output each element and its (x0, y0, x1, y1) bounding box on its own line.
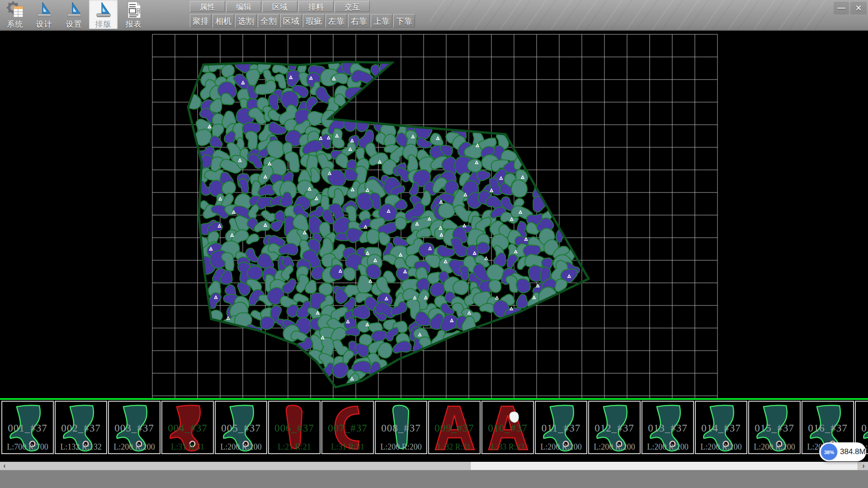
set-square-icon (94, 1, 113, 19)
toolbar-decoration (429, 0, 827, 30)
part-lr-label: L:200 R:200 (536, 442, 586, 452)
part-name-label: 015_#37 (749, 422, 800, 434)
part-lr-label: L:200 R:200 (696, 442, 746, 452)
report-icon (125, 1, 143, 19)
part-thumbnail-007_#37[interactable]: 007_#37L:31 R:31 (321, 401, 374, 454)
part-lr-label: L:200 R:200 (642, 442, 693, 452)
tab-3[interactable]: 区域 (262, 1, 297, 12)
gear-table-icon (6, 1, 24, 19)
horizontal-scrollbar[interactable]: ‹ › (0, 462, 868, 470)
main-button-label: 设计 (30, 19, 58, 29)
part-thumbnail-004_#37[interactable]: 004_#37L:31 R:31 (161, 401, 214, 454)
part-lr-label: L:200 R:200 (749, 442, 800, 452)
part-thumbnail-013_#37[interactable]: 013_#37L:200 R:200 (642, 401, 694, 454)
scrollbar-thumb[interactable] (470, 462, 858, 470)
action-button-5[interactable]: 区域 (280, 14, 302, 28)
set-square-icon (35, 1, 53, 19)
part-name-label: 006_#37 (269, 422, 320, 434)
part-name-label: 007_#37 (322, 422, 373, 434)
part-lr-label: L:700 R:700 (2, 442, 53, 452)
part-name-label: 008_#37 (376, 422, 426, 434)
part-name-label: 005_#37 (216, 422, 266, 434)
tab-4[interactable]: 排料 (298, 1, 334, 12)
scroll-left-arrow-icon[interactable]: ‹ (0, 462, 9, 470)
part-lr-label: L:200 R:200 (589, 442, 640, 452)
part-thumbnail-002_#37[interactable]: 002_#37L:132 R:132 (55, 401, 107, 454)
action-button-4[interactable]: 全割 (258, 14, 279, 28)
action-button-9[interactable]: 上靠 (371, 14, 392, 28)
part-thumbnail-005_#37[interactable]: 005_#37L:200 R:200 (215, 401, 267, 454)
action-button-7[interactable]: 左靠 (326, 14, 347, 28)
action-button-1[interactable]: 聚排 (190, 14, 212, 28)
main-button-layout[interactable]: 排版 (89, 0, 118, 29)
progress-circle: 38% (821, 443, 838, 460)
part-lr-label: L:31 R:31 (322, 442, 373, 452)
part-thumbnail-009_#37[interactable]: 009_#37L:32 R:31 (428, 401, 481, 454)
main-button-report[interactable]: 报表 (119, 0, 148, 29)
main-button-label: 设置 (60, 19, 88, 29)
part-thumbnail-015_#37[interactable]: 015_#37L:200 R:200 (748, 401, 801, 454)
part-lr-label: L:200 R:200 (376, 442, 426, 452)
part-lr-label: L:21 R:21 (269, 442, 320, 452)
toolbar: 系统设计设置排版报表 属性编辑区域排料交互 聚排相机选割全割区域瑕疵左靠右靠上靠… (0, 0, 868, 31)
main-button-label: 系统 (1, 19, 29, 29)
part-thumbnail-011_#37[interactable]: 011_#37L:200 R:200 (535, 401, 587, 454)
window-bottom-edge (0, 470, 868, 488)
part-name-label: 011_#37 (536, 422, 586, 434)
scroll-right-arrow-icon[interactable]: › (859, 462, 868, 470)
tab-5[interactable]: 交互 (335, 1, 370, 12)
main-button-label: 报表 (119, 19, 148, 29)
part-name-label: 009_#37 (429, 422, 480, 434)
part-name-label: 014_#37 (696, 422, 746, 434)
part-name-label: 004_#37 (162, 422, 213, 434)
nesting-canvas[interactable] (0, 31, 868, 398)
part-name-label: 003_#37 (109, 422, 160, 434)
main-button-system[interactable]: 系统 (1, 0, 29, 29)
part-name-label: 012_#37 (589, 422, 640, 434)
action-button-2[interactable]: 相机 (212, 14, 234, 28)
set-square-icon (65, 1, 83, 19)
part-lr-label: L:200 R:200 (109, 442, 160, 452)
parts-strip: 001_#37L:700 R:700002_#37L:132 R:132003_… (0, 398, 868, 462)
strip-separator-line (0, 398, 868, 400)
part-thumbnail-006_#37[interactable]: 006_#37L:21 R:21 (268, 401, 321, 454)
part-name-label: 001_#37 (2, 422, 53, 434)
part-thumbnail-012_#37[interactable]: 012_#37L:200 R:200 (588, 401, 641, 454)
part-name-label: 002_#37 (56, 422, 106, 434)
part-lr-label: L:200 R:200 (216, 442, 266, 452)
main-button-label: 排版 (89, 19, 118, 29)
minimize-button[interactable]: — (834, 2, 849, 14)
action-button-6[interactable]: 瑕疵 (303, 14, 325, 28)
part-lr-label: L:31 R:31 (162, 442, 213, 452)
tab-1[interactable]: 属性 (190, 1, 225, 12)
action-button-10[interactable]: 下靠 (393, 14, 415, 28)
tab-2[interactable]: 编辑 (226, 1, 261, 12)
download-progress-badge[interactable]: 38% 384.8M (819, 442, 866, 461)
part-lr-label: L:32 R:31 (429, 442, 480, 452)
part-thumbnail-008_#37[interactable]: 008_#37L:200 R:200 (375, 401, 427, 454)
part-name-label: 017_#37 (856, 422, 868, 434)
action-button-8[interactable]: 右靠 (348, 14, 370, 28)
part-lr-label: L:132 R:132 (56, 442, 106, 452)
application-window: 系统设计设置排版报表 属性编辑区域排料交互 聚排相机选割全割区域瑕疵左靠右靠上靠… (0, 0, 868, 488)
part-thumbnail-003_#37[interactable]: 003_#37L:200 R:200 (108, 401, 160, 454)
close-button[interactable]: ✕ (850, 2, 867, 14)
download-size-label: 384.8M (840, 442, 866, 461)
main-button-settings[interactable]: 设置 (60, 0, 88, 29)
action-button-3[interactable]: 选割 (235, 14, 257, 28)
part-name-label: 013_#37 (642, 422, 693, 434)
main-button-design[interactable]: 设计 (30, 0, 58, 29)
part-name-label: 010_#37 (482, 422, 533, 434)
part-thumbnail-010_#37[interactable]: 010_#37L:33 R:33 (481, 401, 534, 454)
part-name-label: 016_#37 (802, 422, 853, 434)
part-thumbnail-014_#37[interactable]: 014_#37L:200 R:200 (695, 401, 747, 454)
part-lr-label: L:33 R:33 (482, 442, 533, 452)
part-thumbnail-001_#37[interactable]: 001_#37L:700 R:700 (1, 401, 54, 454)
